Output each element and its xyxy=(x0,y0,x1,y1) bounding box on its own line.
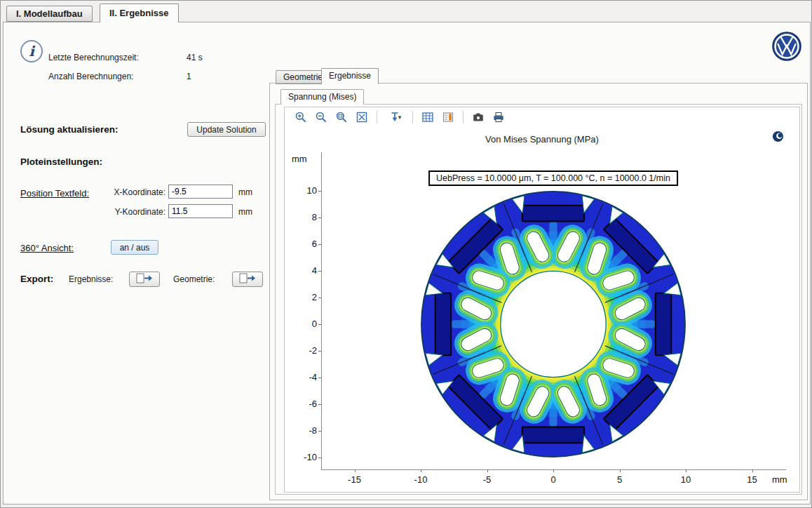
x-tick-mark xyxy=(752,469,753,472)
zoom-in-icon xyxy=(295,111,307,123)
update-solution-heading: Lösung aktualisieren: xyxy=(20,124,119,135)
y-tick-mark xyxy=(318,457,321,458)
last-computation-value: 41 s xyxy=(187,53,203,62)
last-computation-label: Letzte Berechnungszeit: xyxy=(48,53,139,62)
app-window: I. Modellaufbau II. Ergebnisse i Letzte … xyxy=(0,0,812,508)
legend-toggle-button[interactable] xyxy=(440,109,456,125)
tab-spannung-mises[interactable]: Spannung (Mises) xyxy=(280,89,364,105)
computation-count-label: Anzahl Berechnungen: xyxy=(48,72,133,81)
zoom-out-icon xyxy=(315,111,327,123)
comsol-logo-icon xyxy=(772,131,784,142)
color-legend-icon xyxy=(442,111,454,123)
y-tick-label: -10 xyxy=(285,452,317,462)
export-results-label: Ergebnisse: xyxy=(69,274,113,284)
rotor-stress-plot xyxy=(421,191,686,457)
y-tick-label: 10 xyxy=(285,185,317,196)
y-axis-line xyxy=(321,152,322,469)
export-icon xyxy=(136,273,153,283)
x-axis-unit: mm xyxy=(772,474,787,485)
tab-modellaufbau[interactable]: I. Modellaufbau xyxy=(6,6,93,22)
update-solution-button[interactable]: Update Solution xyxy=(187,122,266,137)
plot-title: Von Mises Spannung (MPa) xyxy=(285,134,799,145)
plot-annotation: UebPress = 10.0000 μm, T = 100.000 °C, n… xyxy=(428,171,678,186)
y-tick-label: 4 xyxy=(285,265,317,276)
y-unit-label: mm xyxy=(238,207,252,217)
x-tick-label: -5 xyxy=(472,474,503,485)
y-tick-mark xyxy=(318,271,321,272)
zoom-in-button[interactable] xyxy=(293,109,309,125)
toolbar-separator xyxy=(463,111,463,123)
view-360-toggle-button[interactable]: an / aus xyxy=(111,240,158,255)
computation-count-value: 1 xyxy=(187,72,191,81)
export-geometry-label: Geometrie: xyxy=(173,274,215,284)
toolbar-separator xyxy=(412,111,413,123)
y-tick-mark xyxy=(318,244,321,245)
y-coordinate-input[interactable] xyxy=(168,204,233,218)
x-coordinate-label: X-Koordinate: xyxy=(108,187,165,197)
view-360-label: 360° Ansicht: xyxy=(20,243,74,253)
toolbar-separator xyxy=(377,111,377,123)
y-tick-mark xyxy=(318,324,321,325)
x-tick-mark xyxy=(686,469,686,472)
graphics-window: ▾ xyxy=(284,107,800,493)
zoom-extents-button[interactable] xyxy=(354,109,370,125)
y-tick-mark xyxy=(318,191,321,192)
y-tick-label: -6 xyxy=(285,399,317,409)
zoom-extents-icon xyxy=(356,111,368,123)
info-icon: i xyxy=(20,40,43,62)
x-coordinate-input[interactable] xyxy=(168,185,233,199)
x-tick-mark xyxy=(553,469,554,472)
y-tick-mark xyxy=(318,431,321,432)
y-coordinate-label: Y-Koordinate: xyxy=(108,207,165,217)
default-view-button[interactable]: ▾ xyxy=(384,109,405,125)
x-tick-label: 0 xyxy=(538,474,569,485)
zoom-box-button[interactable] xyxy=(334,109,349,125)
y-tick-mark xyxy=(318,218,321,218)
snapshot-button[interactable] xyxy=(471,109,486,125)
y-tick-label: 0 xyxy=(285,319,317,329)
x-tick-mark xyxy=(620,469,621,472)
y-tick-mark xyxy=(318,298,321,298)
x-tick-label: 15 xyxy=(737,474,768,485)
x-unit-label: mm xyxy=(238,187,252,197)
plot-settings-heading: Ploteinstellungen: xyxy=(20,156,102,167)
export-geometry-button[interactable] xyxy=(232,272,263,287)
y-tick-label: 6 xyxy=(285,239,317,249)
x-tick-label: 10 xyxy=(670,474,701,485)
export-icon xyxy=(239,273,256,283)
zoom-box-icon xyxy=(335,111,348,123)
print-button[interactable] xyxy=(491,109,506,125)
y-tick-mark xyxy=(318,351,321,352)
tab-ergebnisse[interactable]: II. Ergebnisse xyxy=(100,4,179,22)
position-textfield-label: Position Textfeld: xyxy=(20,188,89,199)
y-tick-label: -4 xyxy=(285,372,317,382)
x-tick-mark xyxy=(421,469,421,472)
camera-icon xyxy=(472,111,485,123)
tab-ergebnisse-plot[interactable]: Ergebnisse xyxy=(321,68,379,84)
y-tick-mark xyxy=(318,404,321,405)
export-results-button[interactable] xyxy=(129,272,160,287)
zoom-out-button[interactable] xyxy=(313,109,329,125)
x-tick-label: 5 xyxy=(604,474,635,485)
x-tick-mark xyxy=(487,469,488,472)
export-heading: Export: xyxy=(20,274,53,284)
y-tick-label: -8 xyxy=(285,425,317,436)
x-tick-mark xyxy=(355,469,356,472)
vw-logo xyxy=(772,32,801,61)
y-tick-label: -2 xyxy=(285,345,317,356)
y-tick-label: 2 xyxy=(285,292,317,302)
x-tick-label: -10 xyxy=(405,474,436,485)
caret-down-icon: ▾ xyxy=(398,114,402,121)
grid-toggle-button[interactable] xyxy=(420,109,435,125)
printer-icon xyxy=(492,111,505,123)
y-tick-label: 8 xyxy=(285,212,317,222)
graphics-toolbar: ▾ xyxy=(285,107,799,127)
y-tick-mark xyxy=(318,377,321,378)
graphics-canvas[interactable]: Von Mises Spannung (MPa) mm UebPress = 1… xyxy=(285,127,799,492)
x-tick-label: -15 xyxy=(339,474,370,485)
y-axis-unit: mm xyxy=(292,154,307,164)
grid-icon xyxy=(421,111,434,123)
